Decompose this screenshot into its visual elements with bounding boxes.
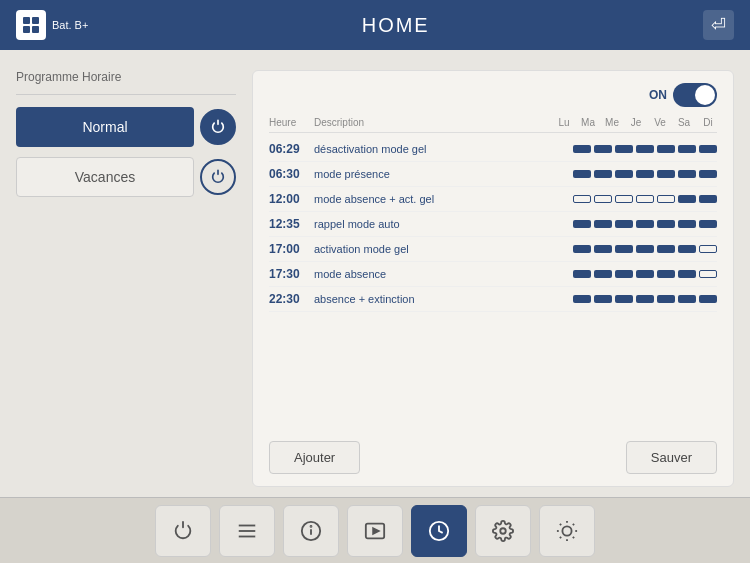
day-bar [657,295,675,303]
day-bar [636,295,654,303]
nav-info-button[interactable] [283,505,339,557]
svg-point-13 [500,528,506,534]
day-bar [594,295,612,303]
day-bar [699,170,717,178]
sauver-button[interactable]: Sauver [626,441,717,474]
schedule-desc-1: mode présence [314,168,537,180]
day-bar [657,220,675,228]
day-bar [678,270,696,278]
vacances-power-button[interactable] [200,159,236,195]
day-indicators-2 [537,195,717,203]
schedule-time-5: 17:30 [269,267,314,281]
day-bar [699,270,717,278]
toggle-label: ON [649,88,667,102]
vacances-button[interactable]: Vacances [16,157,194,197]
day-bar [657,245,675,253]
schedule-time-0: 06:29 [269,142,314,156]
schedule-time-4: 17:00 [269,242,314,256]
programme-label: Programme Horaire [16,70,236,84]
day-bar [699,220,717,228]
day-header-ma: Ma [579,117,597,128]
day-bar [615,145,633,153]
day-indicators-4 [537,245,717,253]
day-bar [699,145,717,153]
divider [16,94,236,95]
bottom-nav [0,497,750,563]
day-headers: LuMaMeJeVeSaDi [537,117,717,128]
day-bar [678,145,696,153]
normal-button[interactable]: Normal [16,107,194,147]
day-bar [573,220,591,228]
table-row[interactable]: 22:30absence + extinction [269,287,717,312]
day-bar [615,245,633,253]
svg-rect-1 [32,17,39,24]
svg-point-9 [311,525,312,526]
heure-header: Heure [269,117,314,128]
schedule-time-2: 12:00 [269,192,314,206]
schedule-desc-0: désactivation mode gel [314,143,537,155]
nav-list-button[interactable] [219,505,275,557]
left-panel: Programme Horaire Normal Vacances [16,70,236,487]
day-bar [699,295,717,303]
day-bar [636,145,654,153]
day-bar [615,220,633,228]
svg-marker-11 [373,528,379,534]
schedule-desc-6: absence + extinction [314,293,537,305]
schedule-table: Heure Description LuMaMeJeVeSaDi 06:29dé… [269,117,717,429]
day-bar [699,245,717,253]
day-bar [594,170,612,178]
back-button[interactable]: ⏎ [703,10,734,40]
page-title: HOME [362,14,430,37]
mode-buttons: Normal Vacances [16,107,236,197]
day-bar [636,270,654,278]
table-row[interactable]: 17:30mode absence [269,262,717,287]
nav-settings-button[interactable] [475,505,531,557]
day-bar [657,270,675,278]
right-panel: ON Heure Description LuMaMeJeVeSaDi 06:2… [252,70,734,487]
svg-rect-2 [23,26,30,33]
logo-area: Bat. B+ [16,10,88,40]
svg-rect-0 [23,17,30,24]
table-row[interactable]: 12:35rappel mode auto [269,212,717,237]
day-bar [636,220,654,228]
day-indicators-1 [537,170,717,178]
day-indicators-0 [537,145,717,153]
toggle-switch[interactable] [673,83,717,107]
table-row[interactable]: 06:30mode présence [269,162,717,187]
svg-line-17 [560,523,561,524]
day-bar [636,195,654,203]
ajouter-button[interactable]: Ajouter [269,441,360,474]
schedule-rows: 06:29désactivation mode gel06:30mode pré… [269,137,717,312]
day-bar [573,145,591,153]
day-bar [573,245,591,253]
day-bar [573,270,591,278]
normal-power-button[interactable] [200,109,236,145]
nav-clock-button[interactable] [411,505,467,557]
day-bar [615,295,633,303]
day-bar [573,170,591,178]
normal-row: Normal [16,107,236,147]
main-content: Programme Horaire Normal Vacances [0,50,750,497]
table-row[interactable]: 17:00activation mode gel [269,237,717,262]
nav-power-button[interactable] [155,505,211,557]
description-header: Description [314,117,537,128]
table-row[interactable]: 06:29désactivation mode gel [269,137,717,162]
schedule-time-6: 22:30 [269,292,314,306]
svg-point-14 [562,526,571,535]
table-header: Heure Description LuMaMeJeVeSaDi [269,117,717,133]
table-row[interactable]: 12:00mode absence + act. gel [269,187,717,212]
day-bar [678,195,696,203]
day-bar [573,295,591,303]
logo-text: Bat. B+ [52,19,88,31]
day-header-me: Me [603,117,621,128]
day-bar [615,195,633,203]
day-header-ve: Ve [651,117,669,128]
day-header-di: Di [699,117,717,128]
day-bar [678,295,696,303]
day-bar [594,195,612,203]
nav-media-button[interactable] [347,505,403,557]
nav-weather-button[interactable] [539,505,595,557]
schedule-time-3: 12:35 [269,217,314,231]
day-bar [678,245,696,253]
day-bar [594,270,612,278]
